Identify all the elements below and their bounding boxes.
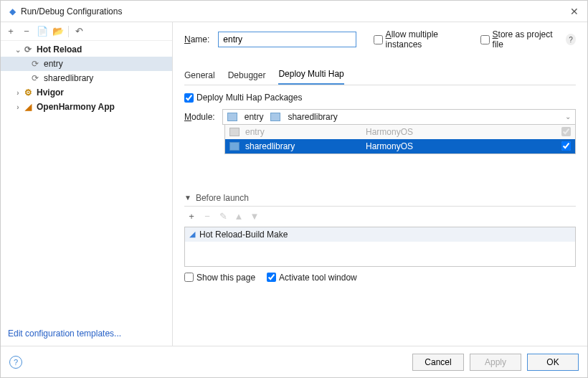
help-icon[interactable]: ? xyxy=(566,34,576,45)
remove-button[interactable]: − xyxy=(200,209,214,224)
module-row: Module: entry sharedlibrary ⌄ xyxy=(184,109,576,125)
dialog-footer: ? Cancel Apply OK xyxy=(1,346,587,377)
chevron-down-icon: ⌄ xyxy=(14,46,22,54)
tab-deploy-multi-hap[interactable]: Deploy Multi Hap xyxy=(278,69,343,85)
chevron-right-icon: › xyxy=(14,89,22,97)
tree-label: sharedlibrary xyxy=(44,73,93,83)
tree-node-hot-reload[interactable]: ⌄ ⟳ Hot Reload xyxy=(1,42,172,57)
deploy-packages-checkbox[interactable]: Deploy Multi Hap Packages xyxy=(184,93,302,103)
module-os: HarmonyOS xyxy=(366,141,413,151)
folder-icon xyxy=(270,113,280,121)
hot-reload-icon: ⟳ xyxy=(22,44,34,55)
name-row: Name: Allow multiple instances Store as … xyxy=(184,29,576,49)
add-button[interactable]: + xyxy=(184,209,199,224)
tab-bar: General Debugger Deploy Multi Hap xyxy=(184,67,576,85)
module-row-entry[interactable]: entry HarmonyOS xyxy=(225,125,575,139)
folder-icon xyxy=(229,128,240,136)
chevron-down-icon: ⌄ xyxy=(565,113,571,121)
edit-button[interactable]: ✎ xyxy=(216,209,230,224)
folder-button[interactable]: 📂 xyxy=(51,24,65,39)
tab-debugger[interactable]: Debugger xyxy=(228,70,266,85)
store-project-checkbox[interactable]: Store as project file xyxy=(480,29,555,49)
folder-icon xyxy=(227,113,237,121)
hot-reload-icon: ⟳ xyxy=(29,58,41,70)
ok-button[interactable]: OK xyxy=(527,354,579,371)
name-label: Name: xyxy=(184,34,209,44)
tree-node-entry[interactable]: ⟳ entry xyxy=(1,57,172,71)
allow-multiple-label: Allow multiple instances xyxy=(386,29,463,49)
remove-button[interactable]: − xyxy=(19,24,34,39)
before-launch-section: ▼ Before launch + − ✎ ▲ ▼ ◢ Hot Reload-B… xyxy=(184,193,576,283)
allow-multiple-input[interactable] xyxy=(374,35,383,44)
before-launch-label: Before launch xyxy=(196,193,249,203)
tree-node-hvigor[interactable]: › ⚙ Hvigor xyxy=(1,85,172,100)
hot-reload-icon: ⟳ xyxy=(29,72,41,84)
module-list: entry HarmonyOS sharedlibrary HarmonyOS xyxy=(224,125,576,154)
module-label: Module: xyxy=(184,112,215,122)
module-value-b: sharedlibrary xyxy=(288,112,337,122)
tree-toolbar: + − 📄 📂 ↶ xyxy=(1,22,172,41)
separator xyxy=(68,26,69,37)
deploy-packages-input[interactable] xyxy=(184,93,194,103)
down-button[interactable]: ▼ xyxy=(247,209,262,224)
deploy-form: Deploy Multi Hap Packages Module: entry … xyxy=(184,85,576,154)
tree-label: entry xyxy=(44,59,63,69)
show-this-page-input[interactable] xyxy=(184,273,194,282)
store-project-label: Store as project file xyxy=(493,29,555,49)
tree-node-openharmony[interactable]: › ◢ OpenHarmony App xyxy=(1,100,172,114)
module-os: HarmonyOS xyxy=(366,127,413,137)
task-label: Hot Reload-Build Make xyxy=(199,230,288,240)
left-pane: + − 📄 📂 ↶ ⌄ ⟳ Hot Reload ⟳ entry ⟳ share… xyxy=(1,22,173,346)
allow-multiple-checkbox[interactable]: Allow multiple instances xyxy=(374,29,463,49)
app-icon: ◆ xyxy=(6,6,18,17)
up-button[interactable]: ▲ xyxy=(232,209,246,224)
titlebar: ◆ Run/Debug Configurations ✕ xyxy=(1,1,587,22)
help-button[interactable]: ? xyxy=(9,356,22,369)
module-checkbox xyxy=(561,127,571,136)
rollback-button[interactable]: ↶ xyxy=(72,24,86,39)
window-title: Run/Debug Configurations xyxy=(21,6,567,16)
dialog-body: + − 📄 📂 ↶ ⌄ ⟳ Hot Reload ⟳ entry ⟳ share… xyxy=(1,22,587,346)
module-row-sharedlibrary[interactable]: sharedlibrary HarmonyOS xyxy=(225,139,575,153)
config-tree: ⌄ ⟳ Hot Reload ⟳ entry ⟳ sharedlibrary ›… xyxy=(1,41,172,321)
app-triangle-icon: ◢ xyxy=(22,101,34,113)
before-launch-options: Show this page Activate tool window xyxy=(184,273,576,283)
task-icon: ◢ xyxy=(189,230,195,239)
add-button[interactable]: + xyxy=(4,24,18,39)
chevron-down-icon: ▼ xyxy=(184,194,191,202)
edit-templates-link[interactable]: Edit configuration templates... xyxy=(1,321,172,346)
activate-tool-label: Activate tool window xyxy=(279,273,357,283)
before-launch-toolbar: + − ✎ ▲ ▼ xyxy=(184,207,576,227)
module-combobox[interactable]: entry sharedlibrary ⌄ xyxy=(222,109,576,125)
module-name: sharedlibrary xyxy=(245,141,360,151)
copy-button[interactable]: 📄 xyxy=(35,24,49,39)
deploy-packages-label: Deploy Multi Hap Packages xyxy=(196,93,302,103)
tree-label: Hot Reload xyxy=(37,44,82,55)
tree-label: OpenHarmony App xyxy=(37,102,115,112)
show-this-page-checkbox[interactable]: Show this page xyxy=(184,273,255,283)
cancel-button[interactable]: Cancel xyxy=(412,354,464,371)
folder-icon xyxy=(229,142,240,151)
gear-icon: ⚙ xyxy=(22,87,34,98)
store-project-input[interactable] xyxy=(480,35,490,44)
module-value-a: entry xyxy=(245,112,264,122)
chevron-right-icon: › xyxy=(14,103,22,111)
activate-tool-input[interactable] xyxy=(267,273,276,282)
name-input[interactable] xyxy=(218,32,356,47)
tab-general[interactable]: General xyxy=(184,70,215,85)
before-launch-header[interactable]: ▼ Before launch xyxy=(184,193,576,207)
module-name: entry xyxy=(245,127,360,137)
before-launch-task[interactable]: ◢ Hot Reload-Build Make xyxy=(185,227,575,242)
apply-button[interactable]: Apply xyxy=(470,354,521,371)
tree-label: Hvigor xyxy=(37,88,64,98)
before-launch-list: ◢ Hot Reload-Build Make xyxy=(184,227,576,267)
close-icon[interactable]: ✕ xyxy=(567,6,582,17)
activate-tool-checkbox[interactable]: Activate tool window xyxy=(267,273,357,283)
show-this-page-label: Show this page xyxy=(196,273,255,283)
module-checkbox[interactable] xyxy=(561,141,571,151)
right-pane: Name: Allow multiple instances Store as … xyxy=(173,22,587,346)
tree-node-sharedlibrary[interactable]: ⟳ sharedlibrary xyxy=(1,71,172,85)
